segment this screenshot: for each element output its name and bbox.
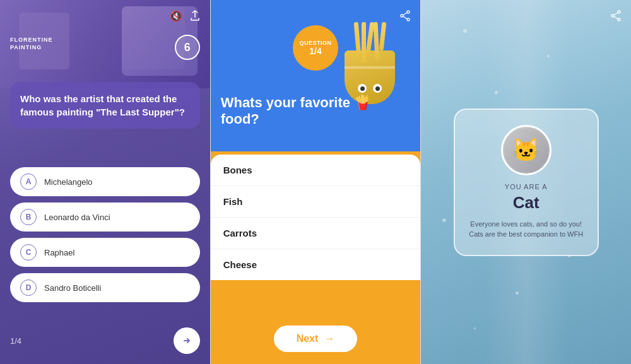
panel1-footer: 1/4 bbox=[10, 327, 200, 354]
food-answer-cheese[interactable]: Cheese bbox=[211, 249, 421, 280]
food-answer-fish[interactable]: Fish bbox=[211, 186, 421, 218]
next-pill-button[interactable]: Next → bbox=[274, 326, 358, 352]
food-answer-carrots[interactable]: Carrots bbox=[211, 218, 421, 249]
result-panel: 🐱 YOU ARE A Cat Everyone loves cats, and… bbox=[421, 0, 631, 364]
mute-icon[interactable]: 🔇 bbox=[170, 10, 182, 24]
answer-text-c: Raphael bbox=[44, 248, 74, 257]
result-card: 🐱 YOU ARE A Cat Everyone loves cats, and… bbox=[454, 109, 599, 256]
food-quiz-header: QUESTION 1/4 bbox=[211, 0, 421, 151]
next-label: Next bbox=[297, 333, 319, 344]
svg-point-6 bbox=[611, 15, 614, 17]
answer-a[interactable]: A Michelangelo bbox=[10, 167, 200, 196]
answer-text-b: Leonardo da Vinci bbox=[44, 213, 110, 222]
share-icon[interactable] bbox=[190, 10, 200, 24]
next-button[interactable] bbox=[174, 327, 200, 354]
svg-line-8 bbox=[614, 13, 618, 15]
answer-letter-d: D bbox=[20, 279, 37, 296]
quiz-category-label: FLORENTINE PAINTING bbox=[10, 37, 53, 51]
answer-b[interactable]: B Leonardo da Vinci bbox=[10, 203, 200, 232]
food-question: Whats your favorite 🍟 food? bbox=[221, 95, 411, 128]
question-badge: QUESTION 1/4 bbox=[293, 25, 338, 71]
answer-text-a: Michelangelo bbox=[44, 177, 93, 187]
svg-point-7 bbox=[618, 18, 620, 21]
next-arrow-icon: → bbox=[324, 333, 334, 344]
result-description: Everyone loves cats, and so do you! Cats… bbox=[468, 219, 585, 240]
question-badge-label: QUESTION bbox=[299, 40, 331, 46]
result-name: Cat bbox=[468, 193, 585, 213]
share-icon-2[interactable] bbox=[400, 10, 410, 24]
quiz-panel: 🔇 6 FLORENTINE PAINTING Who was the arti… bbox=[0, 0, 210, 364]
answer-text-d: Sandro Boticelli bbox=[44, 283, 101, 293]
answer-d[interactable]: D Sandro Boticelli bbox=[10, 273, 200, 302]
food-emoji: 🍟 bbox=[354, 95, 371, 110]
panel2-footer: Next → bbox=[211, 314, 421, 364]
svg-point-1 bbox=[401, 15, 403, 17]
svg-line-3 bbox=[403, 13, 407, 15]
timer-display: 6 bbox=[175, 35, 200, 60]
answer-letter-a: A bbox=[20, 173, 37, 190]
svg-point-5 bbox=[618, 11, 620, 13]
answers-list: A Michelangelo B Leonardo da Vinci C Rap… bbox=[10, 167, 200, 302]
panel1-icons: 🔇 bbox=[170, 10, 200, 24]
svg-line-9 bbox=[614, 16, 618, 19]
svg-line-4 bbox=[403, 16, 407, 19]
question-box: Who was the artist that created the famo… bbox=[10, 82, 200, 129]
food-answer-bones[interactable]: Bones bbox=[211, 155, 421, 186]
cat-avatar: 🐱 bbox=[501, 125, 551, 175]
svg-point-0 bbox=[407, 11, 410, 13]
svg-point-2 bbox=[407, 18, 410, 21]
answer-c[interactable]: C Raphael bbox=[10, 238, 200, 267]
you-are-a-label: YOU ARE A bbox=[468, 183, 585, 191]
food-quiz-panel: QUESTION 1/4 Whats your favorite 🍟 food?… bbox=[210, 0, 422, 364]
share-icon-3[interactable] bbox=[611, 10, 621, 24]
question-text: Who was the artist that created the famo… bbox=[20, 92, 190, 119]
answer-letter-c: C bbox=[20, 244, 37, 261]
answer-letter-b: B bbox=[20, 209, 37, 225]
page-indicator: 1/4 bbox=[10, 336, 21, 346]
question-badge-num: 1/4 bbox=[309, 46, 321, 56]
food-answers-list: Bones Fish Carrots Cheese bbox=[211, 155, 421, 280]
